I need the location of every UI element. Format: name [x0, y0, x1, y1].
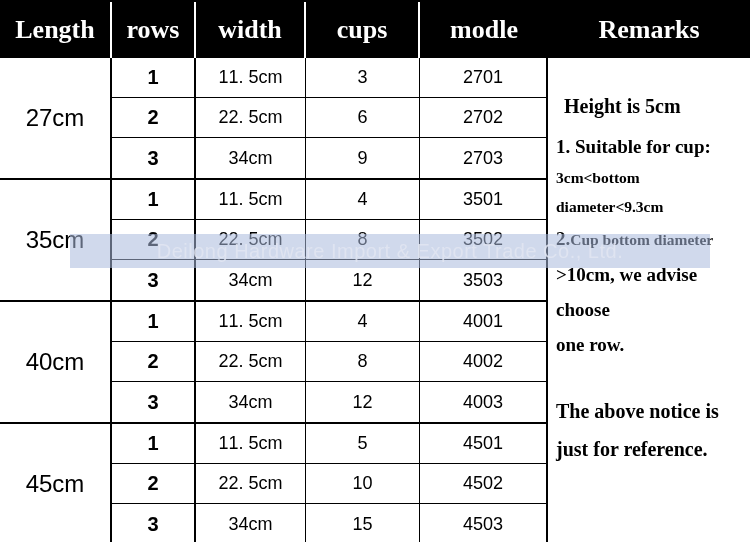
- cell-modle: 4501: [420, 424, 548, 463]
- remarks-note-1: The above notice is: [556, 392, 742, 430]
- remarks-line1-detail: 3cm<bottom diameter<9.3cm: [556, 164, 742, 221]
- remarks-line2: 2.Cup bottom diameter: [556, 221, 742, 256]
- cell-cups: 12: [306, 260, 420, 300]
- rows-container: 111. 5cm43501222. 5cm83502334cm123503: [112, 180, 548, 300]
- table-row: 334cm123503: [112, 260, 548, 300]
- cell-rows: 2: [112, 220, 196, 259]
- header-modle: modle: [420, 2, 548, 58]
- remarks-note-2: just for reference.: [556, 430, 742, 468]
- cell-width: 34cm: [196, 260, 306, 300]
- table-row: 222. 5cm62702: [112, 98, 548, 138]
- table-row: 334cm124003: [112, 382, 548, 422]
- cell-width: 22. 5cm: [196, 220, 306, 259]
- size-chart-table: Length rows width cups modle 27cm111. 5c…: [0, 0, 750, 542]
- remarks-line2-text3: one row.: [556, 327, 742, 362]
- cell-rows: 2: [112, 464, 196, 503]
- remarks-line2-text1: Cup bottom diameter: [570, 231, 713, 248]
- length-cell: 27cm: [0, 58, 112, 178]
- cell-width: 11. 5cm: [196, 302, 306, 341]
- table-row: 111. 5cm44001: [112, 302, 548, 342]
- cell-width: 22. 5cm: [196, 342, 306, 381]
- length-cell: 35cm: [0, 180, 112, 300]
- length-group: 40cm111. 5cm44001222. 5cm84002334cm12400…: [0, 302, 548, 424]
- cell-modle: 4003: [420, 382, 548, 422]
- cell-cups: 12: [306, 382, 420, 422]
- cell-cups: 9: [306, 138, 420, 178]
- table-row: 111. 5cm54501: [112, 424, 548, 464]
- table-row: 111. 5cm43501: [112, 180, 548, 220]
- remarks-height: Height is 5cm: [556, 88, 742, 125]
- cell-cups: 15: [306, 504, 420, 542]
- cell-modle: 3503: [420, 260, 548, 300]
- rows-container: 111. 5cm54501222. 5cm104502334cm154503: [112, 424, 548, 542]
- cell-rows: 3: [112, 382, 196, 422]
- table-row: 222. 5cm104502: [112, 464, 548, 504]
- remarks-body: Height is 5cm 1. Suitable for cup: 3cm<b…: [548, 58, 750, 476]
- header-row: Length rows width cups modle: [0, 2, 548, 58]
- cell-cups: 10: [306, 464, 420, 503]
- remarks-note: The above notice is just for reference.: [556, 392, 742, 468]
- cell-cups: 8: [306, 220, 420, 259]
- rows-container: 111. 5cm44001222. 5cm84002334cm124003: [112, 302, 548, 422]
- remarks-column: Remarks Height is 5cm 1. Suitable for cu…: [548, 0, 750, 542]
- length-group: 35cm111. 5cm43501222. 5cm83502334cm12350…: [0, 180, 548, 302]
- cell-modle: 3502: [420, 220, 548, 259]
- length-group: 45cm111. 5cm54501222. 5cm104502334cm1545…: [0, 424, 548, 542]
- cell-cups: 8: [306, 342, 420, 381]
- cell-rows: 1: [112, 424, 196, 463]
- cell-modle: 4503: [420, 504, 548, 542]
- cell-width: 34cm: [196, 504, 306, 542]
- cell-cups: 3: [306, 58, 420, 97]
- cell-rows: 2: [112, 342, 196, 381]
- remarks-line2-num: 2.: [556, 228, 570, 249]
- length-group: 27cm111. 5cm32701222. 5cm62702334cm92703: [0, 58, 548, 180]
- header-width: width: [196, 2, 306, 58]
- cell-width: 34cm: [196, 138, 306, 178]
- cell-modle: 3501: [420, 180, 548, 219]
- cell-cups: 5: [306, 424, 420, 463]
- cell-rows: 2: [112, 98, 196, 137]
- header-rows: rows: [112, 2, 196, 58]
- rows-container: 111. 5cm32701222. 5cm62702334cm92703: [112, 58, 548, 178]
- table-row: 222. 5cm84002: [112, 342, 548, 382]
- header-cups: cups: [306, 2, 420, 58]
- cell-width: 22. 5cm: [196, 98, 306, 137]
- table-row: 111. 5cm32701: [112, 58, 548, 98]
- remarks-line2-text2: >10cm, we advise choose: [556, 257, 742, 327]
- main-columns: Length rows width cups modle 27cm111. 5c…: [0, 0, 548, 542]
- cell-modle: 2701: [420, 58, 548, 97]
- cell-rows: 1: [112, 58, 196, 97]
- table-row: 334cm154503: [112, 504, 548, 542]
- cell-modle: 2703: [420, 138, 548, 178]
- cell-rows: 1: [112, 302, 196, 341]
- cell-width: 34cm: [196, 382, 306, 422]
- length-cell: 40cm: [0, 302, 112, 422]
- cell-cups: 4: [306, 302, 420, 341]
- cell-width: 11. 5cm: [196, 180, 306, 219]
- header-length: Length: [0, 2, 112, 58]
- cell-rows: 3: [112, 260, 196, 300]
- cell-modle: 2702: [420, 98, 548, 137]
- cell-modle: 4502: [420, 464, 548, 503]
- cell-width: 11. 5cm: [196, 424, 306, 463]
- cell-rows: 1: [112, 180, 196, 219]
- cell-width: 11. 5cm: [196, 58, 306, 97]
- header-remarks: Remarks: [548, 2, 750, 58]
- length-cell: 45cm: [0, 424, 112, 542]
- cell-rows: 3: [112, 504, 196, 542]
- cell-rows: 3: [112, 138, 196, 178]
- cell-modle: 4001: [420, 302, 548, 341]
- table-row: 334cm92703: [112, 138, 548, 178]
- cell-cups: 6: [306, 98, 420, 137]
- cell-width: 22. 5cm: [196, 464, 306, 503]
- cell-modle: 4002: [420, 342, 548, 381]
- cell-cups: 4: [306, 180, 420, 219]
- remarks-line1-label: 1. Suitable for cup:: [556, 129, 742, 164]
- table-row: 222. 5cm83502: [112, 220, 548, 260]
